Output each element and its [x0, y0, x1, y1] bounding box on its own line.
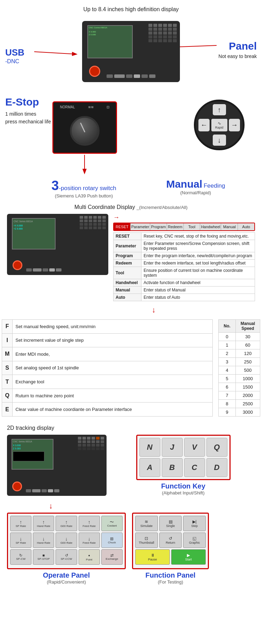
cnc-machine-1: CNC Control 8001A X 0.000 Z 0.000	[82, 21, 180, 82]
menu-reset[interactable]: RESET	[114, 223, 131, 230]
key-q: Q	[2, 389, 13, 403]
desc-value: Enter the redeem interface, set tool len…	[141, 260, 255, 267]
desc-value: Enter status of Auto	[141, 294, 255, 301]
desc-key: Manual	[114, 287, 141, 294]
menu-desc-table: RESET Reset key, CNC reset, stop of the …	[113, 232, 255, 301]
operate-panel-sub: (Rapid/Convenient)	[7, 579, 126, 585]
function-panel-sub: (For Testing)	[132, 579, 209, 585]
op-exchange[interactable]: ⇄ Exchange	[101, 549, 123, 565]
function-panel-caption: Function Panel	[132, 571, 209, 579]
table-row: T Exchange tool	[2, 375, 213, 389]
fp-thumbstall[interactable]: ⊡ Thumbstall	[135, 533, 158, 548]
op-chuck[interactable]: ⊞ Chuck	[101, 533, 123, 548]
estop-button-3[interactable]	[12, 482, 22, 491]
table-row: 93000	[219, 408, 260, 417]
fp-row-3: ⏸ Pause ▶ Start	[135, 549, 206, 565]
op-feed-rate-up[interactable]: ↑ Feed Rate	[79, 516, 100, 531]
funckey-q[interactable]: Q	[206, 438, 227, 457]
menu-auto[interactable]: Auto	[238, 223, 254, 230]
rotary-label-wave: ≋≋	[88, 105, 94, 109]
funckey-n[interactable]: N	[139, 438, 160, 457]
op-g00-rate-down[interactable]: ↓ G00 Rate	[56, 533, 77, 548]
multi-coord-title: Multi Coordinate Display _(Increment/Abs…	[7, 204, 255, 210]
op-sp-rate-down[interactable]: ↓ SP Rate	[10, 533, 31, 548]
funckey-a[interactable]: A	[139, 458, 160, 477]
estop-sub1: 1 million times	[5, 111, 36, 117]
fp-row-1: ≋ Simulate ▤ Single ▶| Step	[135, 516, 206, 531]
desc-key: Handwheel	[114, 279, 141, 287]
menu-handwheel[interactable]: Handwheel	[200, 223, 221, 230]
panel-sub-label: Not easy to break	[218, 53, 257, 59]
table-row: I Set increment value of single step	[2, 333, 213, 347]
rotary-subcaption: (Siemens LA39 Push button)	[28, 193, 140, 198]
op-sp-ccw[interactable]: ↺ SP-CCW	[56, 549, 77, 565]
cnc-screen-1: CNC Control 8001A X 0.000 Z 0.000	[87, 25, 133, 58]
op-coolant[interactable]: 〜 Coolant	[101, 516, 123, 531]
desc-value: Ensure position of current tool on machi…	[141, 267, 255, 279]
estop-button-1[interactable]	[89, 66, 100, 77]
op-sp-cw[interactable]: ↻ SP-CW	[10, 549, 31, 565]
menu-program[interactable]: Program	[150, 223, 167, 230]
op-feed-rate-down[interactable]: ↓ Feed Rate	[79, 533, 100, 548]
table-row: Manual Enter status of Manual	[114, 287, 255, 294]
op-sp-rate-up[interactable]: ↑ SP Rate	[10, 516, 31, 531]
fp-step[interactable]: ▶| Step	[183, 516, 206, 531]
estop-title: E-Stop	[5, 96, 39, 108]
menu-arrow-label: →	[113, 214, 255, 221]
rotary-label-symbol: ⊡	[107, 105, 109, 109]
desc-key: Program	[114, 252, 141, 260]
fp-single[interactable]: ▤ Single	[159, 516, 182, 531]
manual-subcaption: (Normal/Rapid)	[140, 190, 252, 195]
fp-graphic[interactable]: ◱ Graphic	[183, 533, 206, 548]
val-t: Exchange tool	[13, 375, 213, 389]
estop-rotary-section: E-Stop 1 million times press mechanical …	[0, 91, 262, 178]
key-f: F	[2, 320, 13, 334]
fp-start[interactable]: ▶ Start	[171, 549, 206, 565]
fp-return[interactable]: ↺ Return	[159, 533, 182, 548]
table-row: Handwheel Activate function of handwheel	[114, 279, 255, 287]
fimstqe-table: F Set manual feeding speed, unit:mm/min …	[2, 319, 213, 417]
op-hand-rate-down[interactable]: ↓ Hand Rate	[33, 533, 54, 548]
menu-redeem[interactable]: Redeem	[167, 223, 184, 230]
fp-simulate[interactable]: ≋ Simulate	[135, 516, 158, 531]
fp-pause[interactable]: ⏸ Pause	[135, 549, 170, 565]
desc-key: Redeem	[114, 260, 141, 267]
val-m: Enter MDI mode,	[13, 347, 213, 361]
op-row-1: ↑ SP Rate ↑ Hand Rate ↑ G00 Rate ↑ Feed …	[10, 516, 123, 531]
menu-parameter[interactable]: Parameter	[131, 223, 150, 230]
estop-button-2[interactable]	[13, 260, 22, 270]
key-m: M	[2, 347, 13, 361]
tracking-section: 2D tracking display CNC Series 8001A X 0…	[0, 420, 262, 498]
val-q: Ruturn to machine zero point	[13, 389, 213, 403]
table-row: 72000	[219, 391, 260, 400]
top-annotation-section: Up to 8.4 inches high definition display	[0, 0, 262, 14]
op-hand-rate-up[interactable]: ↑ Hand Rate	[33, 516, 54, 531]
bottom-panels-section: ↓ ↑ SP Rate ↑ Hand Rate ↑ G00 Rate	[0, 498, 262, 590]
cnc-machine-2: CNC Series 8001A +X 8.888 +Z 8.888	[7, 214, 108, 275]
op-sp-stop[interactable]: ■ SP-STOP	[33, 549, 54, 565]
cnc-machine-3: CNC Series 8001A X 0.000 Z 0.000	[7, 435, 107, 496]
table-row: 82500	[219, 400, 260, 408]
manual-caption: Manual Feeding	[140, 178, 252, 190]
table-row: M Enter MDI mode,	[2, 347, 213, 361]
table-row: 61500	[219, 383, 260, 391]
funckey-v[interactable]: V	[184, 438, 205, 457]
funckey-b[interactable]: B	[162, 458, 183, 477]
funckey-d[interactable]: D	[206, 458, 227, 477]
key-e: E	[2, 403, 13, 417]
operate-panel: ↑ SP Rate ↑ Hand Rate ↑ G00 Rate ↑ Feed …	[7, 513, 126, 569]
op-point[interactable]: • Point	[79, 549, 100, 565]
val-s: Set analog speed of 1st spindle	[13, 361, 213, 375]
menu-manual[interactable]: Manual	[221, 223, 238, 230]
funckey-j[interactable]: J	[162, 438, 183, 457]
op-g00-rate-up[interactable]: ↑ G00 Rate	[56, 516, 77, 531]
desc-value: Reset key, CNC reset, stop of the foxing…	[141, 233, 255, 240]
funckey-c[interactable]: C	[184, 458, 205, 477]
menu-tool[interactable]: Tool	[184, 223, 201, 230]
rotary-label-normal: NORMAL	[60, 105, 75, 109]
fp-row-2: ⊡ Thumbstall ↺ Return ◱ Graphic	[135, 533, 206, 548]
rotary-dial[interactable]	[70, 116, 100, 146]
usb-label: USB	[5, 47, 24, 58]
rotary-caption-text: -position rotary switch	[59, 185, 116, 191]
table-row: S Set analog speed of 1st spindle	[2, 361, 213, 375]
